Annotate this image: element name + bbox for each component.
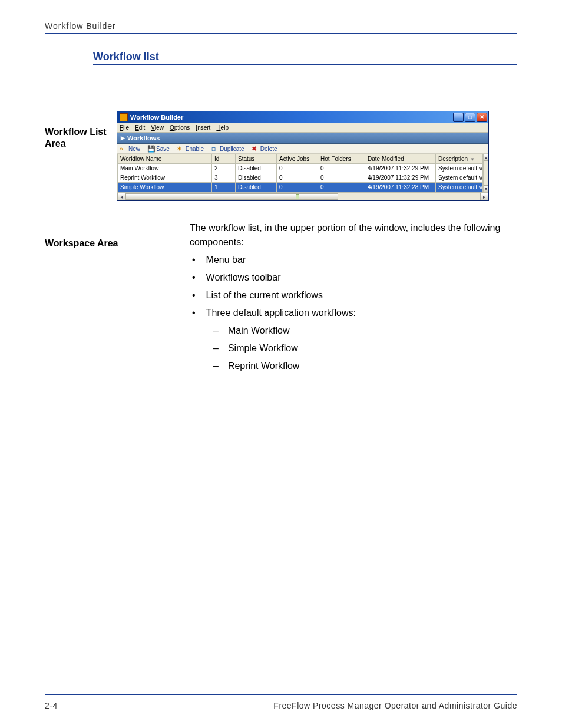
sub-bullet-item: Simple Workflow bbox=[190, 341, 517, 355]
intro-paragraph: The workflow list, in the upper portion … bbox=[190, 221, 517, 249]
cell-status: Disabled bbox=[236, 173, 277, 183]
col-hot-folders[interactable]: Hot Folders bbox=[318, 154, 365, 164]
running-head: Workflow Builder bbox=[45, 21, 517, 33]
delete-icon: ✖ bbox=[252, 145, 259, 152]
doc-title: FreeFlow Process Manager Operator and Ad… bbox=[273, 701, 517, 710]
menu-file[interactable]: File bbox=[120, 124, 129, 131]
bullet-item: List of the current workflows bbox=[190, 288, 517, 302]
toolbar-save-label: Save bbox=[156, 146, 170, 152]
workflows-panel-title: Workflows bbox=[127, 134, 160, 141]
workflow-builder-window: Workflow Builder _ □ ✕ File Edit View Op… bbox=[117, 111, 489, 201]
toolbar-new[interactable]: »New bbox=[120, 145, 140, 152]
scroll-left-button[interactable]: ◂ bbox=[117, 193, 125, 200]
col-description[interactable]: Description▼ bbox=[436, 154, 483, 164]
window-title: Workflow Builder bbox=[130, 114, 183, 121]
cell-name: Reprint Workflow bbox=[118, 173, 212, 183]
cell-description: System default workflo bbox=[436, 183, 483, 192]
table-row[interactable]: Reprint Workflow3Disabled004/19/2007 11:… bbox=[118, 173, 483, 183]
enable-icon: ✶ bbox=[177, 145, 184, 152]
col-workflow-name[interactable]: Workflow Name bbox=[118, 154, 212, 164]
maximize-button[interactable]: □ bbox=[465, 113, 475, 122]
cell-id: 2 bbox=[212, 164, 236, 173]
cell-date_modified: 4/19/2007 11:32:29 PM bbox=[365, 164, 436, 173]
scroll-up-button[interactable]: ▴ bbox=[484, 154, 488, 161]
bullet-item: Menu bar bbox=[190, 253, 517, 267]
cell-active_jobs: 0 bbox=[277, 164, 318, 173]
table-header-row: Workflow Name Id Status Active Jobs Hot … bbox=[118, 154, 483, 164]
toolbar-duplicate[interactable]: ⧉Duplicate bbox=[211, 145, 244, 152]
header-rule bbox=[45, 33, 517, 34]
close-button[interactable]: ✕ bbox=[477, 113, 487, 122]
body-text: The workflow list, in the upper portion … bbox=[190, 221, 517, 377]
cell-hot_folders: 0 bbox=[318, 164, 365, 173]
col-date-modified[interactable]: Date Modified bbox=[365, 154, 436, 164]
col-status[interactable]: Status bbox=[236, 154, 277, 164]
menu-options[interactable]: Options bbox=[170, 124, 190, 131]
expand-arrow-icon: ▶ bbox=[121, 135, 125, 141]
menu-view[interactable]: View bbox=[151, 124, 164, 131]
section-title: Workflow list bbox=[93, 51, 159, 62]
label-workspace-area: Workspace Area bbox=[45, 221, 190, 377]
cell-id: 3 bbox=[212, 173, 236, 183]
cell-description: System default workflo bbox=[436, 164, 483, 173]
toolbar-delete[interactable]: ✖Delete bbox=[252, 145, 277, 152]
duplicate-icon: ⧉ bbox=[211, 145, 218, 152]
vertical-scrollbar[interactable]: ▴ ▾ bbox=[483, 154, 488, 192]
table-row[interactable]: Main Workflow2Disabled004/19/2007 11:32:… bbox=[118, 164, 483, 173]
cell-hot_folders: 0 bbox=[318, 173, 365, 183]
menu-insert[interactable]: Insert bbox=[196, 124, 210, 131]
scroll-track[interactable] bbox=[125, 193, 480, 200]
horizontal-scrollbar[interactable]: ◂ ▸ bbox=[117, 192, 488, 200]
scroll-right-button[interactable]: ▸ bbox=[480, 193, 488, 200]
minimize-button[interactable]: _ bbox=[453, 113, 464, 122]
cell-name: Main Workflow bbox=[118, 164, 212, 173]
col-description-label: Description bbox=[438, 156, 468, 162]
cell-date_modified: 4/19/2007 11:32:28 PM bbox=[365, 183, 436, 192]
menu-help[interactable]: Help bbox=[216, 124, 229, 131]
scroll-grip-icon bbox=[296, 194, 299, 199]
new-icon: » bbox=[120, 145, 127, 152]
cell-status: Disabled bbox=[236, 183, 277, 192]
cell-hot_folders: 0 bbox=[318, 183, 365, 192]
scroll-thumb[interactable] bbox=[125, 193, 338, 200]
label-workflow-list-area: Workflow List Area bbox=[45, 111, 117, 201]
page-footer: 2-4 FreeFlow Process Manager Operator an… bbox=[45, 694, 517, 710]
menu-bar: File Edit View Options Insert Help bbox=[117, 123, 488, 133]
cell-id: 1 bbox=[212, 183, 236, 192]
workflows-toolbar: »New 💾Save ✶Enable ⧉Duplicate ✖Delete bbox=[117, 144, 488, 154]
sub-bullet-item: Main Workflow bbox=[190, 324, 517, 338]
cell-description: System default workflo bbox=[436, 173, 483, 183]
toolbar-enable-label: Enable bbox=[186, 146, 204, 152]
toolbar-new-label: New bbox=[128, 146, 140, 152]
menu-edit[interactable]: Edit bbox=[135, 124, 145, 131]
col-id[interactable]: Id bbox=[212, 154, 236, 164]
window-titlebar[interactable]: Workflow Builder _ □ ✕ bbox=[117, 111, 488, 123]
sort-desc-icon: ▼ bbox=[468, 157, 475, 162]
cell-name: Simple Workflow bbox=[118, 183, 212, 192]
toolbar-enable[interactable]: ✶Enable bbox=[177, 145, 204, 152]
scroll-down-button[interactable]: ▾ bbox=[484, 185, 488, 192]
app-icon bbox=[120, 113, 128, 121]
bullet-item: Workflows toolbar bbox=[190, 271, 517, 285]
workflow-table: Workflow Name Id Status Active Jobs Hot … bbox=[117, 154, 483, 192]
sub-bullet-item: Reprint Workflow bbox=[190, 359, 517, 373]
cell-active_jobs: 0 bbox=[277, 183, 318, 192]
col-active-jobs[interactable]: Active Jobs bbox=[277, 154, 318, 164]
toolbar-delete-label: Delete bbox=[260, 146, 277, 152]
bullet-item: Three default application workflows: bbox=[190, 306, 517, 320]
cell-active_jobs: 0 bbox=[277, 173, 318, 183]
workflows-panel-header[interactable]: ▶ Workflows bbox=[117, 133, 488, 144]
toolbar-duplicate-label: Duplicate bbox=[220, 146, 244, 152]
table-row[interactable]: Simple Workflow1Disabled004/19/2007 11:3… bbox=[118, 183, 483, 192]
section-title-wrap: Workflow list bbox=[93, 51, 517, 65]
page-number: 2-4 bbox=[45, 701, 58, 710]
save-icon: 💾 bbox=[147, 145, 154, 152]
toolbar-save[interactable]: 💾Save bbox=[147, 145, 170, 152]
cell-status: Disabled bbox=[236, 164, 277, 173]
cell-date_modified: 4/19/2007 11:32:29 PM bbox=[365, 173, 436, 183]
